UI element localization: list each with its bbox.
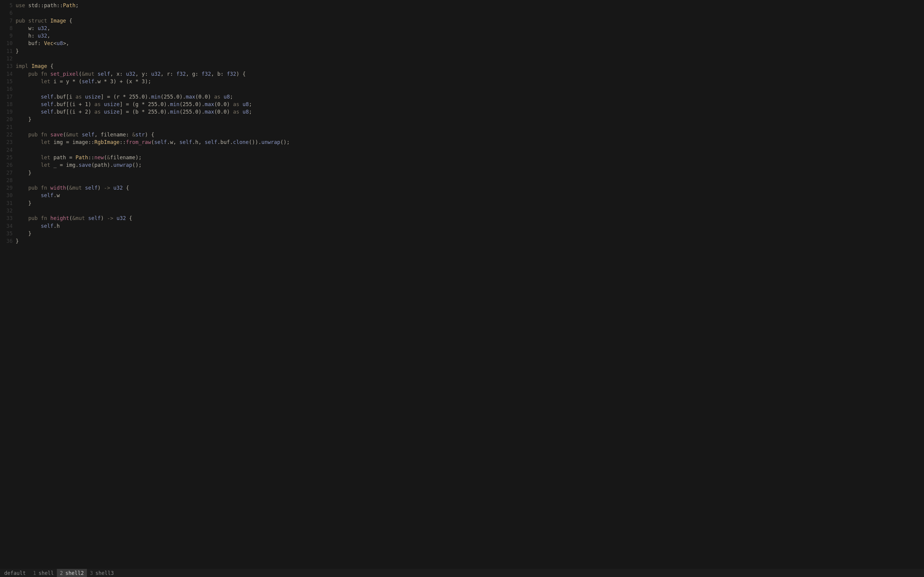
- code-line[interactable]: 15 let i = y * (self.w * 3) + (x * 3);: [0, 78, 924, 85]
- code-content[interactable]: pub fn height(&mut self) -> u32 {: [16, 214, 924, 222]
- code-content[interactable]: }: [16, 200, 924, 207]
- line-number: 14: [0, 70, 16, 78]
- tab-name: shell3: [95, 570, 114, 576]
- code-content[interactable]: self.buf[i as usize] = (r * 255.0).min(2…: [16, 93, 924, 101]
- code-content[interactable]: self.buf[(i + 2) as usize] = (b * 255.0)…: [16, 108, 924, 116]
- line-number: 8: [0, 25, 16, 32]
- line-number: 25: [0, 154, 16, 161]
- window-tabs: 1shell2shell23shell3: [30, 569, 117, 577]
- code-content[interactable]: let i = y * (self.w * 3) + (x * 3);: [16, 78, 924, 85]
- code-content[interactable]: self.buf[(i + 1) as usize] = (g * 255.0)…: [16, 101, 924, 108]
- code-line[interactable]: 17 self.buf[i as usize] = (r * 255.0).mi…: [0, 93, 924, 101]
- code-content[interactable]: [16, 9, 924, 17]
- code-line[interactable]: 31 }: [0, 200, 924, 207]
- code-line[interactable]: 34 self.h: [0, 222, 924, 230]
- window-tab-shell[interactable]: 1shell: [30, 569, 57, 577]
- line-number: 9: [0, 32, 16, 40]
- line-number: 12: [0, 55, 16, 63]
- code-content[interactable]: self.h: [16, 222, 924, 230]
- code-content[interactable]: w: u32,: [16, 25, 924, 32]
- code-line[interactable]: 20 }: [0, 116, 924, 123]
- code-line[interactable]: 22 pub fn save(&mut self, filename: &str…: [0, 131, 924, 139]
- line-number: 34: [0, 222, 16, 230]
- code-line[interactable]: 11}: [0, 47, 924, 55]
- line-number: 35: [0, 230, 16, 237]
- line-number: 32: [0, 207, 16, 214]
- code-line[interactable]: 29 pub fn width(&mut self) -> u32 {: [0, 184, 924, 192]
- line-number: 15: [0, 78, 16, 85]
- code-editor[interactable]: 5use std::path::Path;6 7pub struct Image…: [0, 0, 924, 569]
- line-number: 22: [0, 131, 16, 139]
- code-content[interactable]: self.w: [16, 192, 924, 199]
- code-content[interactable]: let path = Path::new(&filename);: [16, 154, 924, 161]
- code-line[interactable]: 18 self.buf[(i + 1) as usize] = (g * 255…: [0, 101, 924, 108]
- line-number: 10: [0, 40, 16, 47]
- code-line[interactable]: 35 }: [0, 230, 924, 237]
- code-line[interactable]: 30 self.w: [0, 192, 924, 199]
- code-line[interactable]: 13impl Image {: [0, 63, 924, 70]
- code-content[interactable]: }: [16, 230, 924, 237]
- code-content[interactable]: pub fn save(&mut self, filename: &str) {: [16, 131, 924, 139]
- line-number: 5: [0, 2, 16, 9]
- code-content[interactable]: pub struct Image {: [16, 17, 924, 25]
- code-line[interactable]: 14 pub fn set_pixel(&mut self, x: u32, y…: [0, 70, 924, 78]
- code-content[interactable]: }: [16, 237, 924, 245]
- code-line[interactable]: 8 w: u32,: [0, 25, 924, 32]
- tab-index: 3: [90, 570, 93, 576]
- code-line[interactable]: 9 h: u32,: [0, 32, 924, 40]
- code-line[interactable]: 5use std::path::Path;: [0, 2, 924, 9]
- code-content[interactable]: [16, 55, 924, 63]
- window-tab-shell3[interactable]: 3shell3: [87, 569, 117, 577]
- code-line[interactable]: 7pub struct Image {: [0, 17, 924, 25]
- line-number: 13: [0, 63, 16, 70]
- code-content[interactable]: use std::path::Path;: [16, 2, 924, 9]
- line-number: 7: [0, 17, 16, 25]
- line-number: 21: [0, 124, 16, 131]
- code-line[interactable]: 16: [0, 85, 924, 93]
- code-line[interactable]: 33 pub fn height(&mut self) -> u32 {: [0, 214, 924, 222]
- code-content[interactable]: h: u32,: [16, 32, 924, 40]
- code-line[interactable]: 25 let path = Path::new(&filename);: [0, 154, 924, 161]
- code-line[interactable]: 32: [0, 207, 924, 214]
- line-number: 27: [0, 169, 16, 177]
- code-line[interactable]: 6: [0, 9, 924, 17]
- code-content[interactable]: let img = image::RgbImage::from_raw(self…: [16, 139, 924, 146]
- line-number: 29: [0, 184, 16, 192]
- code-content[interactable]: [16, 85, 924, 93]
- line-number: 19: [0, 108, 16, 116]
- line-number: 20: [0, 116, 16, 123]
- line-number: 23: [0, 139, 16, 146]
- tab-index: 2: [60, 570, 63, 576]
- statusbar: default 1shell2shell23shell3: [0, 569, 924, 577]
- code-content[interactable]: impl Image {: [16, 63, 924, 70]
- code-line[interactable]: 21: [0, 124, 924, 131]
- session-name: default: [0, 570, 30, 576]
- code-content[interactable]: pub fn set_pixel(&mut self, x: u32, y: u…: [16, 70, 924, 78]
- line-number: 26: [0, 161, 16, 169]
- code-content[interactable]: }: [16, 169, 924, 177]
- code-line[interactable]: 19 self.buf[(i + 2) as usize] = (b * 255…: [0, 108, 924, 116]
- code-line[interactable]: 27 }: [0, 169, 924, 177]
- code-content[interactable]: }: [16, 116, 924, 123]
- code-line[interactable]: 12: [0, 55, 924, 63]
- code-line[interactable]: 28: [0, 177, 924, 184]
- code-line[interactable]: 23 let img = image::RgbImage::from_raw(s…: [0, 139, 924, 146]
- window-tab-shell2[interactable]: 2shell2: [57, 569, 87, 577]
- line-number: 28: [0, 177, 16, 184]
- line-number: 11: [0, 47, 16, 55]
- code-content[interactable]: let _ = img.save(path).unwrap();: [16, 161, 924, 169]
- code-content[interactable]: }: [16, 47, 924, 55]
- code-content[interactable]: buf: Vec<u8>,: [16, 40, 924, 47]
- code-content[interactable]: [16, 124, 924, 131]
- code-content[interactable]: pub fn width(&mut self) -> u32 {: [16, 184, 924, 192]
- code-content[interactable]: [16, 207, 924, 214]
- code-content[interactable]: [16, 177, 924, 184]
- code-line[interactable]: 10 buf: Vec<u8>,: [0, 40, 924, 47]
- code-line[interactable]: 26 let _ = img.save(path).unwrap();: [0, 161, 924, 169]
- line-number: 17: [0, 93, 16, 101]
- code-line[interactable]: 24: [0, 147, 924, 154]
- line-number: 36: [0, 237, 16, 245]
- code-content[interactable]: [16, 147, 924, 154]
- line-number: 6: [0, 9, 16, 17]
- code-line[interactable]: 36}: [0, 237, 924, 245]
